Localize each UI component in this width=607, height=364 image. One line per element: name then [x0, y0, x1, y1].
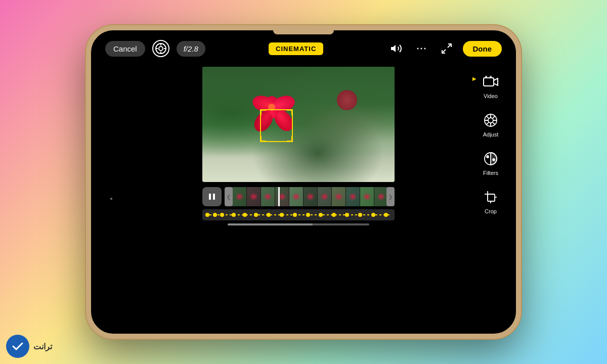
left-panel: ●	[91, 63, 132, 334]
focus-dot-5[interactable]	[254, 213, 258, 217]
film-frame-5	[289, 187, 304, 206]
filters-tool[interactable]: Filters	[482, 150, 500, 176]
bracket-right[interactable]: ❯	[386, 187, 395, 206]
corner-bl	[260, 136, 266, 142]
watermark: ترانت	[6, 335, 52, 358]
volume-icon	[390, 42, 402, 55]
svg-marker-14	[494, 78, 498, 85]
video-tool-label: Video	[484, 93, 498, 99]
aperture-button[interactable]	[152, 40, 169, 57]
film-frame-9	[346, 187, 360, 206]
filters-tool-label: Filters	[483, 170, 498, 176]
crop-icon	[482, 188, 500, 206]
filmstrip-frames	[233, 187, 386, 206]
left-indicator: ●	[110, 196, 113, 201]
svg-line-25	[493, 116, 495, 118]
film-frame-8	[332, 187, 346, 206]
film-frame-6	[304, 187, 318, 206]
aperture-icon	[155, 42, 167, 55]
timeline-container: ❮	[202, 187, 395, 225]
svg-line-26	[487, 122, 489, 124]
focus-dot-0[interactable]	[205, 213, 209, 217]
focus-dot-8[interactable]	[293, 213, 297, 217]
adjust-tool[interactable]: Adjust	[482, 111, 500, 138]
share-icon	[441, 42, 453, 55]
video-tool-icon-wrapper: ▶	[482, 73, 500, 91]
filmstrip[interactable]: ❮	[225, 187, 395, 206]
svg-rect-16	[490, 76, 492, 78]
secondary-flower	[337, 90, 357, 110]
focus-dot-10[interactable]	[319, 213, 323, 217]
focus-dot-9[interactable]	[306, 213, 310, 217]
share-button[interactable]	[438, 39, 456, 58]
phone-top-notch	[273, 30, 334, 34]
svg-rect-33	[488, 194, 495, 201]
playhead[interactable]	[278, 187, 280, 206]
watermark-check-icon	[11, 339, 25, 353]
focus-dot-3[interactable]	[232, 213, 236, 217]
svg-point-7	[424, 48, 425, 50]
svg-point-30	[493, 159, 495, 161]
svg-point-1	[159, 47, 163, 51]
focus-dot-12[interactable]	[345, 213, 349, 217]
video-frame[interactable]	[202, 67, 395, 182]
playback-row: ❮	[202, 187, 395, 206]
focus-dot-13[interactable]	[358, 213, 362, 217]
adjust-tool-label: Adjust	[483, 131, 499, 138]
focus-dot-2[interactable]	[220, 213, 224, 217]
video-active-indicator: ▶	[472, 76, 476, 81]
focus-dot-4[interactable]	[243, 213, 247, 217]
film-frame-11	[374, 187, 386, 206]
adjust-icon	[482, 111, 500, 129]
svg-line-24	[493, 122, 495, 124]
toolbar-center: CINEMATIC	[205, 42, 387, 55]
film-frame-7	[318, 187, 332, 206]
video-tool[interactable]: ▶ Video	[482, 73, 500, 99]
cancel-button[interactable]: Cancel	[105, 41, 145, 57]
focus-timeline-line	[205, 214, 392, 215]
foliage-background	[202, 67, 395, 182]
svg-line-10	[442, 50, 446, 53]
volume-button[interactable]	[387, 39, 405, 58]
main-content: ●	[91, 63, 516, 334]
filters-svg-icon	[484, 152, 498, 166]
corner-br	[287, 136, 293, 142]
phone-device: Cancel f/2.8 CINEM	[86, 25, 521, 339]
adjust-svg-icon	[484, 113, 498, 127]
svg-rect-11	[209, 194, 211, 200]
toolbar-right: Done	[387, 39, 502, 58]
video-area: ❮	[132, 63, 465, 334]
film-frame-10	[360, 187, 374, 206]
video-svg-icon	[483, 74, 499, 90]
svg-point-18	[488, 118, 493, 123]
cinematic-badge[interactable]: CINEMATIC	[269, 42, 323, 55]
f-stop-button[interactable]: f/2.8	[177, 41, 205, 57]
progress-bar	[228, 223, 369, 225]
focus-dot-15[interactable]	[384, 213, 388, 217]
svg-point-29	[487, 156, 489, 158]
crop-tool[interactable]: Crop	[482, 188, 500, 214]
crop-svg-icon	[484, 190, 498, 204]
focus-dot-7[interactable]	[280, 213, 284, 217]
bracket-left[interactable]: ❮	[225, 187, 233, 206]
focus-track[interactable]	[202, 209, 395, 220]
progress-fill	[228, 223, 313, 225]
crop-tool-label: Crop	[485, 208, 497, 214]
focus-dot-6[interactable]	[267, 213, 271, 217]
film-frame-3	[261, 187, 275, 206]
focus-square	[260, 109, 293, 142]
focus-dot-14[interactable]	[371, 213, 375, 217]
more-options-button[interactable]	[412, 39, 430, 58]
watermark-text: ترانت	[33, 342, 52, 351]
svg-line-23	[487, 116, 489, 118]
corner-tr	[287, 109, 293, 115]
svg-line-9	[448, 44, 451, 48]
focus-dot-1[interactable]	[213, 213, 217, 217]
pause-button[interactable]	[202, 187, 222, 206]
pause-icon	[208, 193, 216, 201]
focus-dot-11[interactable]	[332, 213, 336, 217]
toolbar-left: Cancel f/2.8	[105, 40, 205, 57]
svg-point-6	[420, 48, 422, 50]
done-button[interactable]: Done	[463, 41, 502, 57]
right-panel: ▶ Video	[465, 63, 516, 334]
